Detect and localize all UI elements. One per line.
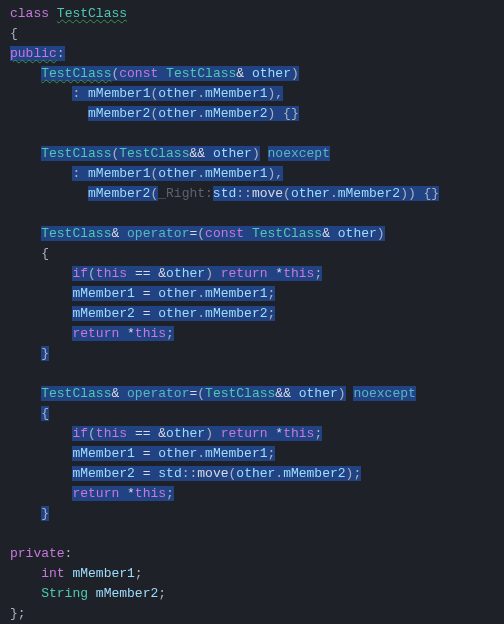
- lhs: mMember1: [72, 286, 134, 301]
- obj: other: [236, 466, 275, 481]
- keyword-return: return: [72, 486, 119, 501]
- eq: =: [143, 286, 151, 301]
- obj: other: [158, 446, 197, 461]
- amp: &: [111, 226, 119, 241]
- body: {}: [283, 106, 299, 121]
- lhs: mMember2: [72, 306, 134, 321]
- eq: =: [143, 446, 151, 461]
- type-int: int: [41, 566, 64, 581]
- colon: :: [57, 46, 65, 61]
- code-line: int mMember1;: [10, 564, 504, 584]
- access-public: public: [10, 46, 57, 61]
- var-other: other: [166, 426, 205, 441]
- code-line: TestClass& operator=(const TestClass& ot…: [10, 224, 504, 244]
- keyword-if: if: [72, 266, 88, 281]
- keyword-return: return: [72, 326, 119, 341]
- code-line: : mMember1(other.mMember1),: [10, 84, 504, 104]
- code-line: mMember2(_Right:std::move(other.mMember2…: [10, 184, 504, 204]
- code-line: mMember1 = other.mMember1;: [10, 284, 504, 304]
- ctor-name: TestClass: [41, 66, 111, 81]
- code-line: TestClass& operator=(TestClass&& other) …: [10, 384, 504, 404]
- code-line: TestClass(TestClass&& other) noexcept: [10, 144, 504, 164]
- access-private: private: [10, 546, 65, 561]
- star: *: [275, 426, 283, 441]
- obj: other: [158, 286, 197, 301]
- keyword-return: return: [221, 426, 268, 441]
- rhs: mMember1: [205, 286, 267, 301]
- brace-close-semi: };: [10, 606, 26, 621]
- amp: &: [322, 226, 330, 241]
- eq: =: [189, 386, 197, 401]
- amp: &: [111, 386, 119, 401]
- param-type: TestClass: [252, 226, 322, 241]
- arg-mem: mMember1: [205, 86, 267, 101]
- keyword-const: const: [119, 66, 158, 81]
- member: mMember2: [88, 186, 150, 201]
- eq: =: [143, 306, 151, 321]
- member-name: mMember2: [96, 586, 158, 601]
- keyword-this: this: [283, 426, 314, 441]
- keyword-this: this: [96, 266, 127, 281]
- colon: :: [65, 546, 73, 561]
- obj: other: [158, 306, 197, 321]
- code-line: class TestClass: [10, 4, 504, 24]
- brace-open: {: [41, 246, 49, 261]
- code-line: mMember2 = std::move(other.mMember2);: [10, 464, 504, 484]
- class-name: TestClass: [57, 6, 127, 21]
- keyword-if: if: [72, 426, 88, 441]
- star: *: [275, 266, 283, 281]
- param-type: TestClass: [205, 386, 275, 401]
- code-line: return *this;: [10, 324, 504, 344]
- code-line: }: [10, 344, 504, 364]
- keyword-class: class: [10, 6, 49, 21]
- code-line: return *this;: [10, 484, 504, 504]
- star: *: [127, 326, 135, 341]
- amp: &: [158, 266, 166, 281]
- member: mMember1: [88, 166, 150, 181]
- body: {}: [424, 186, 440, 201]
- amp: &: [236, 66, 244, 81]
- member: mMember2: [88, 106, 150, 121]
- eq: =: [189, 226, 197, 241]
- move: move: [197, 466, 228, 481]
- keyword-noexcept: noexcept: [268, 146, 330, 161]
- param-name: other: [338, 226, 377, 241]
- keyword-this: this: [283, 266, 314, 281]
- code-line: mMember2(other.mMember2) {}: [10, 104, 504, 124]
- arg-mem: mMember2: [338, 186, 400, 201]
- code-line: String mMember2;: [10, 584, 504, 604]
- ret-type: TestClass: [41, 386, 111, 401]
- eqop: ==: [135, 426, 151, 441]
- type-string: String: [41, 586, 88, 601]
- lhs: mMember2: [72, 466, 134, 481]
- arg-obj: other: [158, 106, 197, 121]
- keyword-this: this: [96, 426, 127, 441]
- arg-mem: mMember1: [205, 166, 267, 181]
- keyword-this: this: [135, 326, 166, 341]
- arg-obj: other: [158, 166, 197, 181]
- star: *: [127, 486, 135, 501]
- param-name: other: [213, 146, 252, 161]
- keyword-return: return: [221, 266, 268, 281]
- brace-close: }: [41, 346, 49, 361]
- code-line: : mMember1(other.mMember1),: [10, 164, 504, 184]
- param-type: TestClass: [119, 146, 189, 161]
- keyword-operator: operator: [127, 226, 189, 241]
- arg-obj: other: [291, 186, 330, 201]
- code-line: {: [10, 404, 504, 424]
- brace-open: {: [41, 406, 49, 421]
- keyword-operator: operator: [127, 386, 189, 401]
- code-line: mMember2 = other.mMember2;: [10, 304, 504, 324]
- ctor-name: TestClass: [41, 146, 111, 161]
- ret-type: TestClass: [41, 226, 111, 241]
- code-line: private:: [10, 544, 504, 564]
- amp: &&: [189, 146, 205, 161]
- move: move: [252, 186, 283, 201]
- code-editor[interactable]: class TestClass { public: TestClass(cons…: [0, 0, 504, 624]
- code-line: public:: [10, 44, 504, 64]
- inlay-hint: _Right:: [158, 186, 213, 201]
- brace-close: }: [41, 506, 49, 521]
- code-line: if(this == &other) return *this;: [10, 424, 504, 444]
- param-name: other: [252, 66, 291, 81]
- member-name: mMember1: [72, 566, 134, 581]
